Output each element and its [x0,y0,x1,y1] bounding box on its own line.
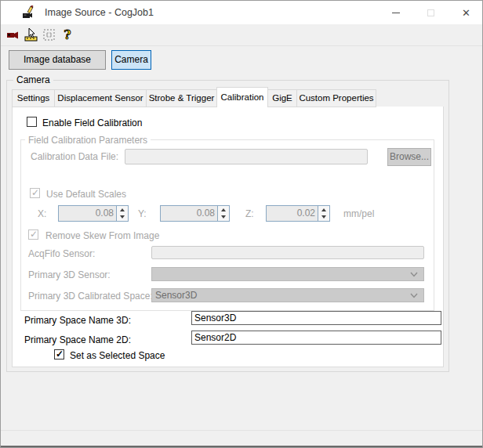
primary-3d-sensor-combobox [151,267,424,281]
primary-3d-calibrated-space-value: Sensor3D [155,290,197,301]
camera-button[interactable]: Camera [111,50,151,70]
window-title: Image Source - CogJob1 [45,7,154,18]
acqfifo-sensor-input [151,246,424,259]
region-icon [40,26,58,44]
set-as-selected-space-checkbox[interactable] [54,349,64,359]
y-scale-value: 0.08 [161,206,217,221]
use-default-scales-label: Use Default Scales [46,189,126,200]
close-icon: ✕ [462,8,470,18]
calibration-data-file-input [125,149,368,164]
help-icon[interactable]: ? [58,26,76,44]
tab-custom-properties[interactable]: Custom Properties [296,89,376,107]
spin-down-icon [318,214,329,222]
camera-groupbox-label: Camera [13,74,53,85]
x-scale-spin-buttons [116,206,128,221]
use-default-scales-checkbox [30,188,40,198]
primary-space-name-2d-input[interactable] [191,331,441,345]
calibration-data-file-label: Calibration Data File: [31,151,118,162]
spin-down-icon [218,214,229,222]
app-camera-pencil-icon [22,5,37,20]
spin-up-icon [117,206,128,214]
spin-up-icon [218,206,229,214]
y-scale-spin-buttons [217,206,229,221]
maximize-button [413,1,448,24]
camera-icon[interactable] [4,26,22,44]
remove-skew-label: Remove Skew From Image [45,230,159,241]
primary-3d-calibrated-space-label: Primary 3D Calibrated Space: [28,291,153,302]
titlebar: Image Source - CogJob1 ✕ [1,1,482,24]
y-scale-spinner: 0.08 [160,205,230,222]
tab-gige[interactable]: GigE [267,89,297,107]
x-scale-spinner: 0.08 [58,205,129,222]
tab-settings[interactable]: Settings [12,89,55,107]
tab-strobe-trigger[interactable]: Strobe & Trigger [146,89,217,107]
tab-calibration[interactable]: Calibration [216,87,268,107]
y-scale-label: Y: [138,208,147,219]
scale-units-label: mm/pel [343,208,374,219]
field-calibration-groupbox [20,139,434,311]
x-scale-label: X: [38,208,46,219]
browse-button[interactable]: Browse... [387,148,431,166]
primary-space-name-3d-label: Primary Space Name 3D: [24,315,131,326]
svg-text:?: ? [64,28,71,42]
toolbar: ? [1,24,482,46]
enable-field-calibration-checkbox[interactable] [27,117,37,127]
close-button[interactable]: ✕ [448,1,483,24]
maximize-icon [427,9,434,16]
acqfifo-sensor-label: AcqFifo Sensor: [28,248,95,259]
camera-tabstrip: Settings Displacement Sensor Strobe & Tr… [12,87,376,107]
field-calibration-groupbox-label: Field Calibration Parameters [25,135,151,146]
chevron-down-icon [410,272,418,277]
minimize-button[interactable] [378,1,413,24]
tab-displacement-sensor[interactable]: Displacement Sensor [54,89,147,107]
window-bottom-edge [1,446,482,447]
image-database-button[interactable]: Image database [9,50,106,70]
primary-3d-sensor-label: Primary 3D Sensor: [28,269,111,280]
z-scale-spinner: 0.02 [266,205,330,222]
z-scale-label: Z: [245,208,254,219]
set-as-selected-space-label: Set as Selected Space [70,350,165,361]
remove-skew-checkbox [28,229,38,240]
x-scale-value: 0.08 [59,206,116,221]
calibration-ruler-icon[interactable] [22,26,40,44]
primary-3d-calibrated-space-combobox: Sensor3D [151,288,424,302]
spin-down-icon [117,214,128,222]
primary-space-name-3d-input[interactable] [191,311,441,325]
spin-up-icon [318,206,329,214]
chevron-down-icon [410,293,418,298]
enable-field-calibration-label: Enable Field Calibration [42,117,142,128]
primary-space-name-2d-label: Primary Space Name 2D: [24,334,131,345]
image-source-dialog: Image Source - CogJob1 ✕ [0,0,483,448]
z-scale-spin-buttons [318,206,329,221]
bottom-divider [1,430,482,431]
minimize-icon [392,13,400,13]
z-scale-value: 0.02 [267,206,318,221]
